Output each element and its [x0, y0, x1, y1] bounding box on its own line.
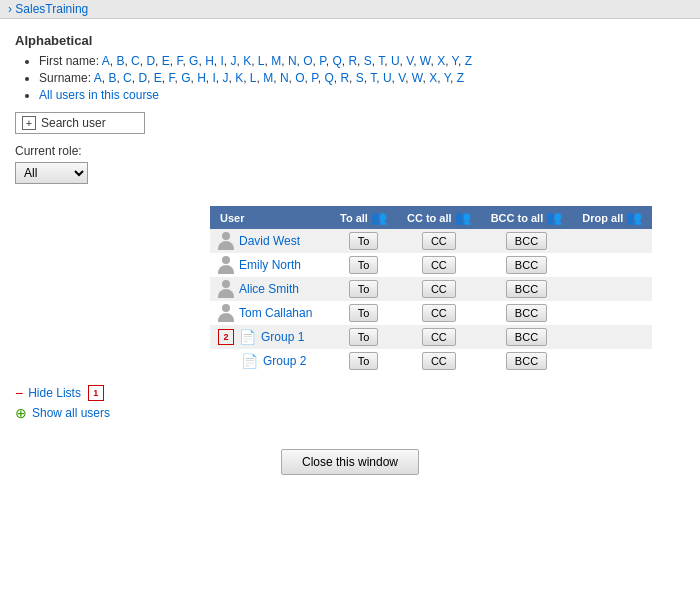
bcc-button[interactable]: BCC — [506, 304, 547, 322]
cc-button[interactable]: CC — [422, 256, 456, 274]
to-cell: To — [330, 253, 397, 277]
to-cell: To — [330, 301, 397, 325]
cc-cell: CC — [397, 253, 481, 277]
drop-cell — [572, 253, 652, 277]
role-select[interactable]: All Student Teacher Admin — [15, 162, 88, 184]
hide-lists-link[interactable]: Hide Lists — [28, 386, 81, 400]
cc-cell: CC — [397, 325, 481, 349]
cc-button[interactable]: CC — [422, 232, 456, 250]
minus-icon: − — [15, 385, 23, 401]
to-cell: To — [330, 325, 397, 349]
badge-1: 1 — [88, 385, 104, 401]
to-button[interactable]: To — [349, 256, 379, 274]
bcc-cell: BCC — [481, 277, 573, 301]
role-section: Current role: All Student Teacher Admin — [15, 144, 685, 184]
breadcrumb-bar: › SalesTraining — [0, 0, 700, 19]
badge-2: 2 — [218, 329, 234, 345]
table-row: Alice SmithToCCBCC — [210, 277, 652, 301]
bcc-cell: BCC — [481, 349, 573, 373]
drop-cell — [572, 229, 652, 253]
user-cell: David West — [210, 229, 330, 253]
show-all-row: ⊕ Show all users — [15, 405, 685, 421]
user-cell: 2📄Group 1 — [210, 325, 330, 349]
to-button[interactable]: To — [349, 280, 379, 298]
bcc-button[interactable]: BCC — [506, 352, 547, 370]
cc-cell: CC — [397, 349, 481, 373]
user-cell: Tom Callahan — [210, 301, 330, 325]
user-cell: 📄Group 2 — [210, 349, 330, 373]
user-name-link[interactable]: Alice Smith — [239, 282, 299, 296]
table-row: Tom CallahanToCCBCC — [210, 301, 652, 325]
group-icon: 📄 — [239, 329, 256, 345]
bcc-button[interactable]: BCC — [506, 328, 547, 346]
user-name-link[interactable]: Emily North — [239, 258, 301, 272]
firstname-letters: A, B, C, D, E, F, G, H, I, J, K, L, M, N… — [102, 54, 472, 68]
user-name-link[interactable]: Group 1 — [261, 330, 304, 344]
to-button[interactable]: To — [349, 232, 379, 250]
to-button[interactable]: To — [349, 304, 379, 322]
role-label: Current role: — [15, 144, 685, 158]
user-name-link[interactable]: David West — [239, 234, 300, 248]
alpha-list: First name: A, B, C, D, E, F, G, H, I, J… — [15, 54, 685, 102]
user-cell: Alice Smith — [210, 277, 330, 301]
table-row: 2📄Group 1ToCCBCC — [210, 325, 652, 349]
close-window-button[interactable]: Close this window — [281, 449, 419, 475]
group-icon: 📄 — [241, 353, 258, 369]
user-cell: Emily North — [210, 253, 330, 277]
drop-cell — [572, 349, 652, 373]
col-header-bcc-all: BCC to all 👥 — [481, 206, 573, 229]
table-row: David WestToCCBCC — [210, 229, 652, 253]
to-button[interactable]: To — [349, 328, 379, 346]
bottom-section: − Hide Lists 1 ⊕ Show all users — [0, 381, 700, 429]
table-section: User To all 👥 CC to all 👥 BCC to all 👥 D… — [0, 206, 700, 373]
avatar — [218, 232, 234, 250]
bcc-cell: BCC — [481, 301, 573, 325]
table-row: Emily NorthToCCBCC — [210, 253, 652, 277]
col-header-cc-all: CC to all 👥 — [397, 206, 481, 229]
avatar — [218, 280, 234, 298]
surname-label: Surname: — [39, 71, 94, 85]
cc-button[interactable]: CC — [422, 352, 456, 370]
drop-cell — [572, 325, 652, 349]
to-cell: To — [330, 349, 397, 373]
drop-cell — [572, 277, 652, 301]
search-user-box[interactable]: + Search user — [15, 112, 145, 134]
main-content: Alphabetical First name: A, B, C, D, E, … — [0, 19, 700, 206]
bcc-cell: BCC — [481, 325, 573, 349]
all-users-link[interactable]: All users in this course — [39, 88, 159, 102]
avatar — [218, 304, 234, 322]
firstname-row: First name: A, B, C, D, E, F, G, H, I, J… — [39, 54, 685, 68]
bcc-button[interactable]: BCC — [506, 280, 547, 298]
bcc-all-icon: 👥 — [546, 210, 562, 225]
show-all-users-link[interactable]: Show all users — [32, 406, 110, 420]
bcc-button[interactable]: BCC — [506, 256, 547, 274]
search-user-label: Search user — [41, 116, 106, 130]
cc-cell: CC — [397, 301, 481, 325]
table-row: 📄Group 2ToCCBCC — [210, 349, 652, 373]
col-header-user: User — [210, 206, 330, 229]
cc-cell: CC — [397, 229, 481, 253]
cc-all-icon: 👥 — [455, 210, 471, 225]
drop-cell — [572, 301, 652, 325]
alphabetical-title: Alphabetical — [15, 33, 685, 48]
cc-button[interactable]: CC — [422, 328, 456, 346]
cc-cell: CC — [397, 277, 481, 301]
alphabetical-section: Alphabetical First name: A, B, C, D, E, … — [15, 33, 685, 102]
user-name-link[interactable]: Tom Callahan — [239, 306, 312, 320]
firstname-label: First name: — [39, 54, 102, 68]
bcc-cell: BCC — [481, 229, 573, 253]
bcc-cell: BCC — [481, 253, 573, 277]
user-table: User To all 👥 CC to all 👥 BCC to all 👥 D… — [210, 206, 652, 373]
breadcrumb-link[interactable]: › SalesTraining — [8, 2, 88, 16]
to-all-icon: 👥 — [371, 210, 387, 225]
search-expand-icon: + — [22, 116, 36, 130]
close-button-row: Close this window — [0, 449, 700, 490]
all-users-item: All users in this course — [39, 88, 685, 102]
plus-green-icon: ⊕ — [15, 405, 27, 421]
cc-button[interactable]: CC — [422, 304, 456, 322]
cc-button[interactable]: CC — [422, 280, 456, 298]
to-button[interactable]: To — [349, 352, 379, 370]
user-name-link[interactable]: Group 2 — [263, 354, 306, 368]
to-cell: To — [330, 229, 397, 253]
bcc-button[interactable]: BCC — [506, 232, 547, 250]
